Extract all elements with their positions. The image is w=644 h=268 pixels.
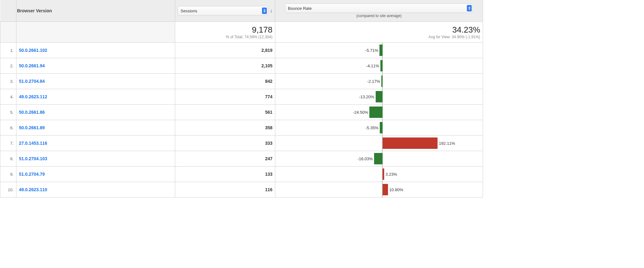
row-comparison-right xyxy=(383,105,483,120)
totals-bounce: 34.23% Avg for View: 34.90% (-1.91%) xyxy=(275,22,483,43)
row-version: 50.0.2661.86 xyxy=(16,105,175,120)
table-row: 8.51.0.2704.103247-16.03% xyxy=(0,151,483,167)
row-comparison-right xyxy=(383,74,483,89)
row-sessions: 333 xyxy=(175,136,275,151)
row-number: 3. xyxy=(0,74,16,89)
comparison-bar xyxy=(374,153,383,164)
row-version: 50.0.2661.102 xyxy=(16,43,175,58)
row-number: 6. xyxy=(0,120,16,136)
comparison-bar xyxy=(380,122,383,133)
totals-bounce-sub: Avg for View: 34.90% (-1.91%) xyxy=(278,35,480,39)
row-number: 9. xyxy=(0,167,16,182)
table-row: 7.27.0.1453.116333192.11% xyxy=(0,136,483,151)
row-number: 4. xyxy=(0,89,16,105)
row-comparison-left: -24.50% xyxy=(275,105,383,120)
row-version: 51.0.2704.103 xyxy=(16,151,175,167)
row-comparison-left xyxy=(275,167,383,182)
row-sessions: 116 xyxy=(175,182,275,198)
row-sessions: 133 xyxy=(175,167,275,182)
row-comparison-right: 3.23% xyxy=(383,167,483,182)
row-number: 8. xyxy=(0,151,16,167)
table-row: 9.51.0.2704.791333.23% xyxy=(0,167,483,182)
row-number: 10. xyxy=(0,182,16,198)
comparison-value: -5.35% xyxy=(366,125,380,130)
comparison-bar xyxy=(369,107,383,118)
totals-blank-num xyxy=(0,22,16,43)
table-row: 3.51.0.2704.84842-2.17% xyxy=(0,74,483,89)
row-comparison-right: 10.80% xyxy=(383,182,483,198)
totals-bounce-value: 34.23% xyxy=(278,25,480,35)
select-stepper-icon xyxy=(262,8,267,14)
row-comparison-right xyxy=(383,89,483,105)
sort-descending-icon[interactable]: ↓ xyxy=(270,8,272,14)
comparison-value: -5.71% xyxy=(365,48,379,53)
comparison-bar xyxy=(383,184,388,195)
row-sessions: 358 xyxy=(175,120,275,136)
browser-version-link[interactable]: 51.0.2704.84 xyxy=(19,79,45,84)
browser-version-link[interactable]: 50.0.2661.86 xyxy=(19,110,45,115)
table-row: 10.49.0.2623.11011610.80% xyxy=(0,182,483,198)
row-sessions: 774 xyxy=(175,89,275,105)
comparison-select[interactable]: Bounce Rate xyxy=(285,3,473,13)
comparison-subheader: (compared to site average) xyxy=(276,13,482,18)
row-comparison-right xyxy=(383,151,483,167)
comparison-select-label: Bounce Rate xyxy=(288,6,312,11)
row-version: 51.0.2704.79 xyxy=(16,167,175,182)
row-version: 50.0.2661.89 xyxy=(16,120,175,136)
row-number: 5. xyxy=(0,105,16,120)
metric-select-label: Sessions xyxy=(181,9,197,13)
browser-version-link[interactable]: 50.0.2661.94 xyxy=(19,63,45,68)
browser-version-link[interactable]: 27.0.1453.116 xyxy=(19,141,47,146)
row-comparison-right xyxy=(383,43,483,58)
row-version: 50.0.2661.94 xyxy=(16,58,175,74)
row-comparison-left xyxy=(275,136,383,151)
browser-version-link[interactable]: 50.0.2661.102 xyxy=(19,48,47,53)
totals-blank-bv xyxy=(16,22,175,43)
row-sessions: 2,105 xyxy=(175,58,275,74)
browser-version-link[interactable]: 49.0.2623.112 xyxy=(19,94,47,99)
row-number: 1. xyxy=(0,43,16,58)
header-dimension: Browser Version xyxy=(16,0,175,22)
browser-version-link[interactable]: 51.0.2704.79 xyxy=(19,172,45,177)
comparison-value: 3.23% xyxy=(384,172,397,177)
report-table: Browser Version Sessions ↓ Bounce Rate (… xyxy=(0,0,483,198)
totals-sessions-sub: % of Total: 74.59% (12,304) xyxy=(178,35,272,39)
totals-sessions-value: 9,178 xyxy=(178,25,272,35)
table-row: 5.50.0.2661.86561-24.50% xyxy=(0,105,483,120)
row-comparison-right xyxy=(383,120,483,136)
row-version: 27.0.1453.116 xyxy=(16,136,175,151)
comparison-value: -24.50% xyxy=(353,110,369,115)
comparison-value: -16.03% xyxy=(357,156,374,161)
row-comparison-left: -13.20% xyxy=(275,89,383,105)
comparison-bar xyxy=(379,45,383,56)
comparison-bar xyxy=(383,137,438,149)
row-comparison-right: 192.11% xyxy=(383,136,483,151)
totals-sessions: 9,178 % of Total: 74.59% (12,304) xyxy=(175,22,275,43)
comparison-value: 10.80% xyxy=(388,187,403,192)
comparison-value: 192.11% xyxy=(438,141,455,146)
select-stepper-icon xyxy=(467,5,472,11)
row-version: 51.0.2704.84 xyxy=(16,74,175,89)
row-comparison-left: -5.71% xyxy=(275,43,383,58)
row-number: 7. xyxy=(0,136,16,151)
table-row: 4.49.0.2623.112774-13.20% xyxy=(0,89,483,105)
row-version: 49.0.2623.110 xyxy=(16,182,175,198)
comparison-bar xyxy=(380,60,383,71)
row-number: 2. xyxy=(0,58,16,74)
row-comparison-left: -16.03% xyxy=(275,151,383,167)
browser-version-link[interactable]: 51.0.2704.103 xyxy=(19,156,47,161)
comparison-value: -4.11% xyxy=(366,64,380,68)
comparison-value: -2.17% xyxy=(367,79,381,84)
comparison-bar xyxy=(376,91,383,102)
browser-version-link[interactable]: 49.0.2623.110 xyxy=(19,187,47,192)
row-comparison-left xyxy=(275,182,383,198)
table-row: 6.50.0.2661.89358-5.35% xyxy=(0,120,483,136)
header-number xyxy=(0,0,16,22)
row-sessions: 247 xyxy=(175,151,275,167)
metric-select[interactable]: Sessions xyxy=(178,6,268,15)
row-sessions: 842 xyxy=(175,74,275,89)
browser-version-link[interactable]: 50.0.2661.89 xyxy=(19,125,45,130)
row-sessions: 2,819 xyxy=(175,43,275,58)
row-comparison-right xyxy=(383,58,483,74)
row-comparison-left: -2.17% xyxy=(275,74,383,89)
